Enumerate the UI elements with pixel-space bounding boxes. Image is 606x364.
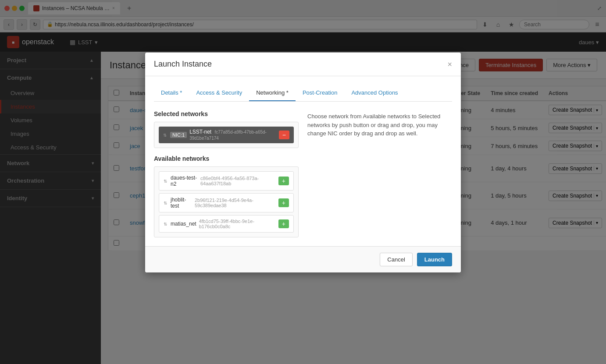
cancel-button[interactable]: Cancel — [380, 253, 412, 266]
nic-badge: NIC:1 — [170, 132, 187, 138]
modal-close-button[interactable]: × — [447, 60, 452, 68]
available-networks-box: ⇅ daues-test-n2 c86e0bf4-4956-4a56-873a-… — [154, 166, 299, 237]
network-name: matias_net — [171, 221, 196, 227]
launch-button[interactable]: Launch — [417, 253, 452, 266]
modal-body: Details * Access & Security Networking *… — [145, 76, 461, 246]
networking-help: Choose network from Available networks t… — [307, 110, 452, 237]
sort-arrows-icon: ⇅ — [163, 133, 167, 138]
networking-left: Selected networks ⇅ NIC:1 LSST-net fc77a… — [154, 110, 299, 237]
launch-instance-modal: Launch Instance × Details * Access & Sec… — [145, 53, 461, 272]
nic-remove-button[interactable]: − — [279, 131, 289, 139]
available-network-item[interactable]: ⇅ daues-test-n2 c86e0bf4-4956-4a56-873a-… — [159, 171, 294, 191]
tab-advanced-options[interactable]: Advanced Options — [344, 85, 405, 101]
selected-networks-title: Selected networks — [154, 110, 299, 117]
network-add-button[interactable]: + — [278, 198, 289, 207]
networking-layout: Selected networks ⇅ NIC:1 LSST-net fc77a… — [154, 110, 452, 237]
sort-arrows-icon: ⇅ — [164, 179, 167, 184]
nic-item[interactable]: ⇅ NIC:1 LSST-net fc77a85d-a9fb-47bb-a65d… — [159, 127, 294, 143]
nic-name: LSST-net fc77a85d-a9fb-47bb-a65d-39d1be7… — [189, 129, 276, 141]
sort-arrows-icon: ⇅ — [164, 222, 167, 226]
network-id: c86e0bf4-4956-4a56-873a-64aa637f18ab — [200, 176, 276, 186]
tab-post-creation[interactable]: Post-Creation — [296, 85, 344, 101]
modal-title: Launch Instance — [154, 60, 212, 69]
modal-footer: Cancel Launch — [145, 246, 461, 272]
tab-details[interactable]: Details * — [154, 85, 189, 101]
network-id: 4fb1cd75-39ff-4bbc-9e1e-b176cb0c0a8c — [199, 219, 276, 229]
tab-access-security[interactable]: Access & Security — [189, 85, 249, 101]
modal-overlay[interactable]: Launch Instance × Details * Access & Sec… — [0, 0, 606, 364]
modal-tabs: Details * Access & Security Networking *… — [154, 85, 452, 102]
network-name: jhoblit-test — [171, 197, 192, 209]
network-id: 2b96f121-219e-4d54-9e4a-59c389edae38 — [195, 198, 276, 208]
network-add-button[interactable]: + — [278, 177, 289, 185]
tab-networking[interactable]: Networking * — [249, 85, 296, 101]
network-add-button[interactable]: + — [278, 219, 289, 228]
selected-networks-box: ⇅ NIC:1 LSST-net fc77a85d-a9fb-47bb-a65d… — [154, 122, 299, 148]
modal-header: Launch Instance × — [145, 53, 461, 76]
network-name: daues-test-n2 — [171, 175, 198, 187]
available-networks-title: Available networks — [154, 155, 299, 162]
sort-arrows-icon: ⇅ — [164, 201, 167, 205]
networking-help-text: Choose network from Available networks t… — [307, 112, 452, 138]
available-network-item[interactable]: ⇅ matias_net 4fb1cd75-39ff-4bbc-9e1e-b17… — [159, 215, 294, 233]
available-network-item[interactable]: ⇅ jhoblit-test 2b96f121-219e-4d54-9e4a-5… — [159, 193, 294, 212]
